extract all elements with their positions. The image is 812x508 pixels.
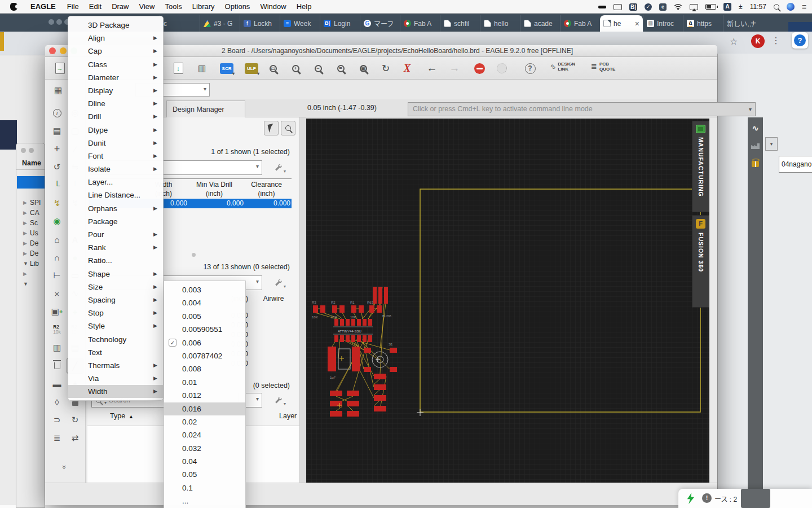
tree-item[interactable] (16, 269, 45, 279)
manufacturing-tab[interactable]: MANUFACTURING (692, 121, 709, 212)
scr-button[interactable]: SCR (219, 60, 235, 76)
menubar-menu[interactable]: Options (220, 2, 255, 11)
width-option[interactable]: 0.006 (164, 336, 245, 349)
move-icon[interactable]: + (48, 141, 65, 157)
context-menu-item[interactable]: Line Distance... (68, 189, 163, 202)
tab-close-icon[interactable] (635, 19, 639, 28)
context-menu-item[interactable]: Spacing (68, 294, 163, 306)
airplay-icon[interactable] (690, 4, 698, 10)
menubar-plusminus[interactable]: ± (739, 3, 743, 11)
context-menu-item[interactable]: Layer... (68, 176, 163, 189)
browser-minimize-icon[interactable] (56, 19, 62, 25)
new-tab-button[interactable]: + (745, 15, 761, 32)
context-menu-item[interactable]: Ratio... (68, 254, 163, 267)
context-menu-item[interactable]: Orphans (68, 202, 163, 215)
window-minimize-icon[interactable] (29, 148, 34, 153)
width-option[interactable]: 0.00590551 (164, 323, 245, 336)
evernote-icon[interactable]: e (659, 3, 667, 11)
polygon-icon[interactable]: ⌂ (48, 231, 65, 247)
notification-center-icon[interactable]: ≡ (802, 2, 806, 11)
tree-item[interactable]: Lib (16, 259, 45, 269)
board-canvas[interactable]: R3 R2 R1 R63 10K 10K 10K BL206 ATTINY44-… (306, 119, 709, 483)
browser-tab[interactable]: https (683, 15, 723, 32)
shield-icon[interactable]: ✓ (645, 3, 652, 11)
width-option[interactable]: 0.003 (164, 283, 245, 296)
route-icon[interactable]: └ (48, 177, 65, 193)
drc-lightning-icon[interactable] (686, 493, 695, 504)
zoom-select-icon[interactable]: = (333, 60, 348, 76)
width-option[interactable]: 0.005 (164, 310, 245, 323)
column-header-type[interactable]: Type▲ (110, 412, 134, 420)
gate-icon[interactable]: ⊃ (48, 412, 65, 428)
objects-filter-combobox[interactable] (244, 393, 262, 408)
display-icon[interactable] (614, 4, 622, 10)
pinswap-icon[interactable]: ⇄ (67, 430, 83, 446)
browser-avatar[interactable]: K (751, 34, 765, 48)
browser-tab[interactable]: Week (280, 15, 320, 32)
tag-icon[interactable]: ◊ (48, 394, 65, 410)
tree-expand-icon[interactable] (23, 200, 30, 205)
width-option[interactable]: 0.004 (164, 296, 245, 309)
close-icon[interactable] (49, 47, 56, 54)
browser-tab[interactable]: Login (320, 15, 360, 32)
menubar-menu[interactable]: Edit (84, 2, 107, 11)
gift-icon[interactable] (751, 159, 760, 169)
window-close-icon[interactable] (21, 148, 26, 153)
signal-icon[interactable]: ⊢ (48, 268, 65, 283)
copy-icon[interactable]: ▥ (48, 340, 65, 356)
context-menu-item[interactable]: Rank (68, 241, 163, 254)
open-board-icon[interactable]: → (52, 60, 68, 76)
tree-expand-icon[interactable] (23, 281, 30, 287)
menubar-menu[interactable]: Library (187, 2, 220, 11)
width-option[interactable]: 0.016 (164, 402, 245, 415)
width-option[interactable]: 0.024 (164, 428, 245, 441)
browser-tab[interactable]: Fab A (560, 15, 600, 32)
menubar-app-name[interactable]: EAGLE (25, 2, 62, 11)
width-option[interactable]: ... (164, 494, 245, 507)
help-button[interactable]: ? (792, 32, 808, 49)
context-menu-item[interactable]: Text (68, 346, 163, 359)
context-menu-item[interactable]: 3D Package (68, 19, 163, 32)
factory-icon[interactable] (751, 141, 760, 151)
context-menu-item[interactable]: Style (68, 319, 163, 332)
context-menu-item[interactable]: Class (68, 58, 163, 71)
zoom-mode-button[interactable] (281, 121, 295, 135)
objects-settings-button[interactable] (270, 392, 286, 408)
context-menu-item[interactable]: Font (68, 150, 163, 163)
tree-expand-icon[interactable] (23, 240, 30, 246)
menubar-menu[interactable]: File (62, 2, 84, 11)
split-icon[interactable]: × (48, 286, 65, 301)
command-line-input[interactable]: Click or press Cmd+L key to activate com… (408, 102, 756, 116)
password-manager-icon[interactable]: B| (629, 3, 637, 11)
context-menu-item[interactable]: Dtype (68, 124, 163, 137)
add-package-icon[interactable]: ▣+ (48, 304, 65, 319)
zoom-fit-icon[interactable]: ▭ (265, 60, 281, 76)
context-menu-item[interactable]: Width (68, 385, 163, 398)
browser-tab[interactable]: Lockh (240, 15, 280, 32)
width-option[interactable]: 0.02 (164, 415, 245, 428)
context-menu-item[interactable]: Stop (68, 306, 163, 319)
tree-expand-icon[interactable] (23, 210, 30, 216)
width-option[interactable]: 0.04 (164, 455, 245, 468)
tree-item[interactable]: CA (16, 208, 45, 218)
browser-tab[interactable]: acade (520, 15, 560, 32)
browser-tab[interactable]: Introc (643, 15, 683, 32)
name-value-tool[interactable]: R210k (48, 322, 65, 338)
context-menu-item[interactable]: Cap (68, 45, 163, 58)
paint-roller-icon[interactable]: ▬ (48, 376, 65, 392)
width-option[interactable]: 0.008 (164, 362, 245, 375)
menubar-clock[interactable]: 11:57 (750, 3, 766, 11)
tree-expand-icon[interactable] (23, 261, 30, 266)
account-field[interactable]: 04nagano (779, 156, 812, 173)
miter-icon[interactable]: ∩ (48, 249, 65, 265)
menubar-menu[interactable]: Help (292, 2, 317, 11)
load-job-icon[interactable]: ↓ (170, 60, 186, 76)
tree-item[interactable]: SPI (16, 198, 45, 208)
tree-expand-icon[interactable] (23, 230, 30, 236)
browser-tab[interactable]: #3 - G (200, 15, 240, 32)
tree-expand-icon[interactable] (23, 251, 30, 256)
menubar-menu[interactable]: View (134, 2, 160, 11)
tree-expand-icon[interactable] (23, 220, 30, 226)
context-menu-item[interactable]: Pour (68, 228, 163, 241)
help-icon[interactable]: ? (522, 60, 538, 76)
